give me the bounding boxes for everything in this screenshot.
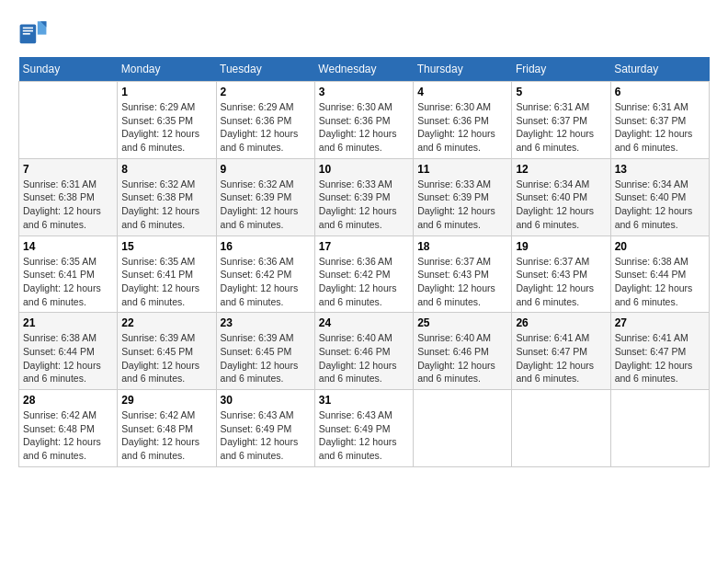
calendar-cell: 11Sunrise: 6:33 AMSunset: 6:39 PMDayligh… (414, 158, 512, 236)
day-number: 22 (121, 316, 211, 329)
column-header-monday: Monday (118, 57, 216, 82)
day-number: 15 (121, 240, 211, 253)
calendar-cell: 7Sunrise: 6:31 AMSunset: 6:38 PMDaylight… (19, 158, 118, 236)
calendar-cell: 6Sunrise: 6:31 AMSunset: 6:37 PMDaylight… (610, 82, 709, 159)
week-row-2: 7Sunrise: 6:31 AMSunset: 6:38 PMDaylight… (19, 158, 710, 236)
cell-info: Sunrise: 6:37 AMSunset: 6:43 PMDaylight:… (516, 255, 606, 309)
cell-info: Sunrise: 6:42 AMSunset: 6:48 PMDaylight:… (121, 408, 211, 463)
day-number: 24 (319, 316, 409, 329)
calendar-cell: 3Sunrise: 6:30 AMSunset: 6:36 PMDaylight… (314, 82, 413, 159)
svg-rect-2 (23, 30, 33, 32)
calendar-cell: 29Sunrise: 6:42 AMSunset: 6:48 PMDayligh… (118, 390, 216, 467)
day-number: 7 (23, 163, 113, 176)
cell-info: Sunrise: 6:34 AMSunset: 6:40 PMDaylight:… (615, 178, 705, 232)
cell-info: Sunrise: 6:39 AMSunset: 6:45 PMDaylight:… (221, 331, 311, 385)
day-number: 31 (319, 394, 409, 407)
calendar-cell (414, 390, 512, 467)
day-number: 27 (615, 316, 705, 329)
day-number: 28 (23, 394, 113, 407)
cell-info: Sunrise: 6:37 AMSunset: 6:43 PMDaylight:… (417, 255, 507, 309)
header-row: SundayMondayTuesdayWednesdayThursdayFrid… (19, 57, 710, 82)
logo (18, 18, 51, 48)
cell-info: Sunrise: 6:41 AMSunset: 6:47 PMDaylight:… (615, 331, 705, 385)
calendar-cell: 19Sunrise: 6:37 AMSunset: 6:43 PMDayligh… (512, 236, 610, 313)
calendar-cell: 30Sunrise: 6:43 AMSunset: 6:49 PMDayligh… (216, 390, 314, 467)
calendar-cell: 22Sunrise: 6:39 AMSunset: 6:45 PMDayligh… (118, 313, 216, 390)
cell-info: Sunrise: 6:29 AMSunset: 6:35 PMDaylight:… (121, 100, 211, 155)
day-number: 11 (417, 163, 507, 176)
calendar-cell: 25Sunrise: 6:40 AMSunset: 6:46 PMDayligh… (414, 313, 512, 390)
day-number: 23 (221, 316, 311, 329)
calendar-cell: 10Sunrise: 6:33 AMSunset: 6:39 PMDayligh… (314, 158, 413, 236)
column-header-friday: Friday (512, 57, 610, 82)
day-number: 26 (516, 316, 606, 329)
week-row-4: 21Sunrise: 6:38 AMSunset: 6:44 PMDayligh… (19, 313, 710, 390)
day-number: 4 (417, 86, 507, 98)
column-header-thursday: Thursday (414, 57, 512, 82)
calendar-cell: 24Sunrise: 6:40 AMSunset: 6:46 PMDayligh… (314, 313, 413, 390)
cell-info: Sunrise: 6:33 AMSunset: 6:39 PMDaylight:… (417, 178, 507, 232)
day-number: 3 (319, 86, 409, 98)
cell-info: Sunrise: 6:41 AMSunset: 6:47 PMDaylight:… (516, 331, 606, 385)
cell-info: Sunrise: 6:43 AMSunset: 6:49 PMDaylight:… (221, 408, 311, 463)
calendar-cell: 15Sunrise: 6:35 AMSunset: 6:41 PMDayligh… (118, 236, 216, 313)
week-row-3: 14Sunrise: 6:35 AMSunset: 6:41 PMDayligh… (19, 236, 710, 313)
day-number: 30 (221, 394, 311, 407)
calendar-cell (19, 82, 118, 159)
cell-info: Sunrise: 6:35 AMSunset: 6:41 PMDaylight:… (23, 255, 113, 309)
day-number: 9 (221, 163, 311, 176)
calendar-cell: 16Sunrise: 6:36 AMSunset: 6:42 PMDayligh… (216, 236, 314, 313)
calendar-cell: 2Sunrise: 6:29 AMSunset: 6:36 PMDaylight… (216, 82, 314, 159)
day-number: 13 (615, 163, 705, 176)
calendar-cell: 28Sunrise: 6:42 AMSunset: 6:48 PMDayligh… (19, 390, 118, 467)
page-header (18, 18, 710, 48)
day-number: 1 (121, 86, 211, 98)
day-number: 10 (319, 163, 409, 176)
cell-info: Sunrise: 6:31 AMSunset: 6:37 PMDaylight:… (516, 100, 606, 155)
column-header-tuesday: Tuesday (216, 57, 314, 82)
day-number: 17 (319, 240, 409, 253)
cell-info: Sunrise: 6:30 AMSunset: 6:36 PMDaylight:… (319, 100, 409, 155)
cell-info: Sunrise: 6:32 AMSunset: 6:39 PMDaylight:… (221, 178, 311, 232)
calendar-cell: 23Sunrise: 6:39 AMSunset: 6:45 PMDayligh… (216, 313, 314, 390)
day-number: 6 (615, 86, 705, 98)
day-number: 8 (121, 163, 211, 176)
day-number: 5 (516, 86, 606, 98)
cell-info: Sunrise: 6:31 AMSunset: 6:37 PMDaylight:… (615, 100, 705, 155)
calendar-cell: 1Sunrise: 6:29 AMSunset: 6:35 PMDaylight… (118, 82, 216, 159)
calendar-cell: 20Sunrise: 6:38 AMSunset: 6:44 PMDayligh… (610, 236, 709, 313)
cell-info: Sunrise: 6:34 AMSunset: 6:40 PMDaylight:… (516, 178, 606, 232)
cell-info: Sunrise: 6:31 AMSunset: 6:38 PMDaylight:… (23, 178, 113, 232)
column-header-saturday: Saturday (610, 57, 709, 82)
day-number: 18 (417, 240, 507, 253)
day-number: 25 (417, 316, 507, 329)
calendar-cell (512, 390, 610, 467)
day-number: 19 (516, 240, 606, 253)
calendar-cell: 12Sunrise: 6:34 AMSunset: 6:40 PMDayligh… (512, 158, 610, 236)
cell-info: Sunrise: 6:36 AMSunset: 6:42 PMDaylight:… (319, 255, 409, 309)
day-number: 2 (221, 86, 311, 98)
cell-info: Sunrise: 6:30 AMSunset: 6:36 PMDaylight:… (417, 100, 507, 155)
calendar-cell: 5Sunrise: 6:31 AMSunset: 6:37 PMDaylight… (512, 82, 610, 159)
day-number: 14 (23, 240, 113, 253)
calendar-cell: 9Sunrise: 6:32 AMSunset: 6:39 PMDaylight… (216, 158, 314, 236)
calendar-cell: 4Sunrise: 6:30 AMSunset: 6:36 PMDaylight… (414, 82, 512, 159)
cell-info: Sunrise: 6:38 AMSunset: 6:44 PMDaylight:… (23, 331, 113, 385)
calendar-cell (610, 390, 709, 467)
cell-info: Sunrise: 6:32 AMSunset: 6:38 PMDaylight:… (121, 178, 211, 232)
cell-info: Sunrise: 6:35 AMSunset: 6:41 PMDaylight:… (121, 255, 211, 309)
logo-icon (18, 18, 48, 48)
cell-info: Sunrise: 6:33 AMSunset: 6:39 PMDaylight:… (319, 178, 409, 232)
day-number: 16 (221, 240, 311, 253)
calendar-cell: 13Sunrise: 6:34 AMSunset: 6:40 PMDayligh… (610, 158, 709, 236)
calendar-table: SundayMondayTuesdayWednesdayThursdayFrid… (18, 57, 710, 467)
cell-info: Sunrise: 6:38 AMSunset: 6:44 PMDaylight:… (615, 255, 705, 309)
cell-info: Sunrise: 6:29 AMSunset: 6:36 PMDaylight:… (221, 100, 311, 155)
calendar-cell: 8Sunrise: 6:32 AMSunset: 6:38 PMDaylight… (118, 158, 216, 236)
column-header-wednesday: Wednesday (314, 57, 413, 82)
svg-rect-3 (23, 33, 30, 35)
cell-info: Sunrise: 6:39 AMSunset: 6:45 PMDaylight:… (121, 331, 211, 385)
calendar-cell: 14Sunrise: 6:35 AMSunset: 6:41 PMDayligh… (19, 236, 118, 313)
calendar-cell: 31Sunrise: 6:43 AMSunset: 6:49 PMDayligh… (314, 390, 413, 467)
calendar-cell: 21Sunrise: 6:38 AMSunset: 6:44 PMDayligh… (19, 313, 118, 390)
